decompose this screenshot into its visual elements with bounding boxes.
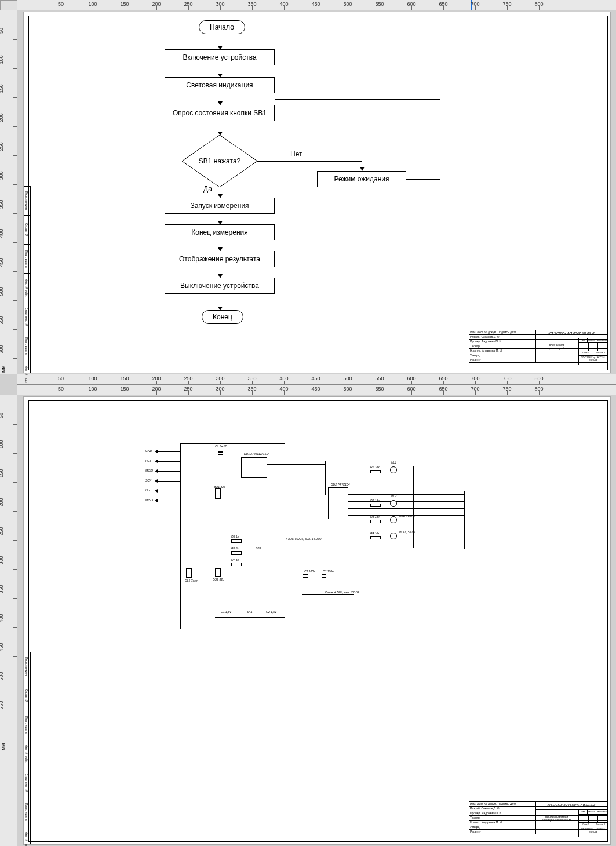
resistor-icon [231, 551, 242, 555]
sch-wire [413, 466, 414, 548]
signal-label: MOSI [145, 469, 153, 472]
tb2-scale: Масштаб [596, 810, 607, 814]
ruler-tick-label: 450 [0, 254, 4, 271]
led-icon [390, 466, 397, 473]
tb-sheets: Листов 1 [593, 351, 607, 355]
ruler-vertical-page1[interactable]: 50100150200250300350400450500550600 [0, 10, 17, 374]
flow-arrow [275, 99, 275, 105]
sch-wire [253, 617, 253, 623]
comp-bq2: BQ2 32p [213, 578, 224, 581]
cap-icon [218, 454, 223, 455]
signal-label: MISO [145, 498, 153, 502]
ruler-horizontal-bottom[interactable]: 5010015020025030035040045050055060065070… [17, 374, 616, 385]
signal-label: GND [145, 449, 152, 453]
ruler-vertical-page2[interactable]: 50100150200250300350400450500550 [0, 395, 17, 846]
comp-hl1: HL1 [391, 461, 396, 464]
side-stamp-cell: Перв. примен. [24, 186, 30, 215]
flow-after-3: Отображение результата [165, 251, 275, 267]
sch-wire [285, 571, 308, 571]
sch-wire [348, 505, 464, 505]
side-stamp-cell: Перв. примен. [24, 652, 30, 681]
ruler-tick-label: 50 [0, 407, 4, 424]
tb-desc-2: алгоритма работы [543, 347, 570, 350]
ruler-tick-label: 500 [0, 283, 4, 300]
comp-dd1: DD1 ATtiny13A-SU [244, 452, 269, 455]
ruler-tick-label: 450 [0, 639, 4, 656]
resistor-icon [370, 504, 381, 507]
resistor-icon [370, 470, 381, 473]
flow-arrow [440, 99, 440, 179]
sch-wire [267, 461, 325, 461]
unit-label-2: мм [1, 743, 6, 750]
side-stamp-cell: Инв. № подл. [24, 826, 30, 846]
cap-icon [218, 451, 223, 453]
ruler-tick-label: 100 [0, 436, 4, 453]
ruler-tick-label: 600 [0, 341, 4, 358]
arrowhead-down-icon [360, 167, 365, 171]
tb-description-2: Принципиальная электрическая схема [535, 815, 578, 832]
tb2-sheet: Лист 1 [579, 823, 593, 827]
comp-sb2: SB2 [256, 546, 261, 550]
title-block-1: КП.ЭСПУ в АП.0047.КВ.02.Д Изм. Лист № до… [469, 330, 608, 370]
drawing-page-1[interactable]: Перв. примен.Справ. №Подп. и датаИнв. № … [23, 12, 611, 373]
ruler-tick-label: 400 [0, 610, 4, 627]
comp-g2: G2 1,5V [266, 610, 276, 614]
side-stamp-cell: Взам. инв. № [24, 302, 30, 331]
decision-no-label: Нет [290, 150, 302, 158]
drawing-page-2[interactable]: Перв. примен.Справ. №Подп. и датаИнв. № … [23, 396, 611, 845]
ruler-tick-label: 200 [0, 494, 4, 511]
flow-start: Начало [199, 20, 245, 34]
comp-r4: R4 18к [370, 531, 380, 535]
drawing-frame [28, 16, 608, 370]
tb-meta: Лит.МассаМасштаб Лист 1Листов 1 УО "ГГМК… [578, 338, 607, 365]
comp-hl3: HL3л, 5КТВ [399, 514, 415, 517]
ruler-tick-label: 350 [0, 196, 4, 213]
comp-sa1: SA1 [247, 610, 252, 614]
sch-wire [348, 494, 464, 495]
bus-note-2: К выв. 4 DD1, выв. 7 DD2 [325, 590, 359, 594]
ruler-tick-label: 250 [0, 138, 4, 155]
sch-wire [348, 491, 464, 491]
flow-step-3: Опрос состояния кнопки SB1 [165, 105, 275, 121]
decision-text: SB1 нажата? [199, 157, 240, 165]
unit-label-1: мм [1, 366, 6, 373]
sch-wire [215, 617, 285, 618]
flow-arrow [257, 161, 362, 162]
side-stamp-cell: Подп. и дата [24, 710, 30, 739]
sch-wire [267, 464, 325, 465]
sch-wire [348, 508, 464, 509]
sch-wire [227, 617, 227, 623]
ruler-tick-label: 550 [0, 697, 4, 714]
ruler-tick-label: 250 [0, 523, 4, 540]
ruler-horizontal-top-page2[interactable]: 5010015020025030035040045050055060065070… [17, 385, 616, 395]
resistor-icon [231, 539, 242, 543]
ruler-tick-label: 400 [0, 225, 4, 242]
resistor-icon [231, 563, 242, 566]
side-stamp-cell: Подп. и дата [24, 331, 30, 360]
sch-wire [267, 541, 319, 541]
comp-hl2: HL2 [391, 494, 396, 498]
comp-r3: R3 18к [370, 515, 380, 519]
ruler-origin[interactable]: ⌐ [0, 0, 17, 10]
signal-label: SCK [145, 479, 151, 482]
tb-scale: Масштаб [596, 338, 607, 342]
sch-wire [302, 594, 354, 595]
flow-after-2: Конец измерения [165, 224, 275, 240]
tb2-desc-2: электрическая схема [542, 818, 571, 822]
ruler-horizontal-top[interactable]: 5010015020025030035040045050055060065070… [17, 0, 616, 10]
tb-code: КП.ЭСПУ в АП.0047.КВ.02.Д [535, 330, 607, 338]
comp-dd2: DD2 74HC164 [331, 483, 350, 486]
cap-icon [322, 574, 326, 575]
flow-end: Конец [202, 310, 243, 324]
tb2-org: УО "ГГМК" гр. ЭСС-51 2020-21 [579, 827, 607, 837]
sch-wire [180, 443, 181, 629]
comp-g1: G1 1,5V [221, 610, 231, 614]
side-stamp-column-2: Перв. примен.Справ. №Подп. и датаИнв. № … [24, 652, 31, 844]
comp-r1: R1 18к [370, 465, 380, 469]
tb2-lit: Лит. [579, 810, 588, 814]
sch-wire [272, 617, 272, 623]
tb-code-2: КП.ЭСПУ в АП.0047.КВ.01.ЭЗ [535, 802, 607, 810]
comp-hl4: HL4л, 5КТВ [399, 530, 415, 534]
led-icon [390, 533, 397, 539]
comp-c1: C1 6н 8В [215, 444, 227, 448]
